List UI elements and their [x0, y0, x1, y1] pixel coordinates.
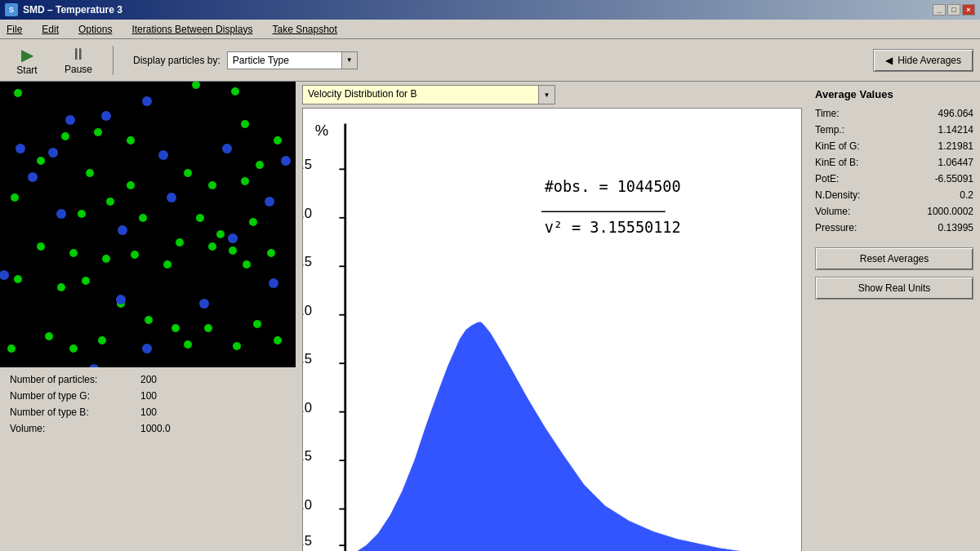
avg-pote-row: PotE: -6.55091 — [815, 172, 973, 185]
play-icon: ▶ — [21, 45, 33, 64]
type-b-row: Number of type B: 100 — [10, 407, 286, 418]
avg-temp-row: Temp.: 1.14214 — [815, 123, 973, 136]
svg-text:v² = 3.15550112: v² = 3.15550112 — [545, 219, 681, 236]
avg-ndensity-row: N.Density: 0.2 — [815, 189, 973, 202]
avg-kine-g-label: KinE of G: — [815, 140, 860, 152]
start-label: Start — [16, 64, 37, 76]
maximize-button[interactable]: □ — [947, 4, 960, 16]
avg-volume-label: Volume: — [815, 206, 850, 217]
chart-dropdown-arrow-icon[interactable]: ▼ — [539, 85, 555, 104]
particles-label: Number of particles: — [10, 374, 140, 385]
type-b-label: Number of type B: — [10, 407, 140, 418]
menu-file[interactable]: File — [3, 22, 25, 37]
svg-text:4.0: 4.0 — [303, 206, 312, 221]
svg-text:0.5: 0.5 — [303, 533, 312, 549]
particle-type-dropdown[interactable]: Particle Type Speed Kinetic Energy ▼ — [227, 51, 358, 69]
avg-pressure-label: Pressure: — [815, 222, 857, 233]
type-g-row: Number of type G: 100 — [10, 390, 286, 402]
avg-pote-label: PotE: — [815, 173, 839, 184]
type-b-value: 100 — [140, 407, 157, 418]
velocity-chart: % 4.5 4.0 3.5 3.0 2.5 2.0 1.5 1.0 0.5 0 — [303, 109, 801, 551]
avg-time-row: Time: 496.064 — [815, 107, 973, 120]
avg-time-label: Time: — [815, 108, 840, 119]
chart-container: % 4.5 4.0 3.5 3.0 2.5 2.0 1.5 1.0 0.5 0 — [296, 108, 808, 551]
svg-text:1.0: 1.0 — [303, 497, 312, 513]
svg-text:3.0: 3.0 — [303, 303, 312, 318]
particles-row: Number of particles: 200 — [10, 374, 286, 385]
toolbar-separator — [113, 46, 114, 75]
avg-pressure-row: Pressure: 0.13995 — [815, 221, 973, 234]
main-content: Number of particles: 200 Number of type … — [0, 82, 980, 551]
svg-text:1.5: 1.5 — [303, 448, 312, 464]
toolbar: ▶ Start ⏸ Pause Display particles by: Pa… — [0, 39, 980, 82]
volume-label: Volume: — [10, 423, 140, 434]
svg-text:2.0: 2.0 — [303, 400, 312, 415]
type-g-label: Number of type G: — [10, 390, 140, 402]
avg-kine-b-row: KinE of B: 1.06447 — [815, 156, 973, 169]
avg-volume-value: 1000.0002 — [927, 206, 973, 217]
chart-type-label: Velocity Distribution for B — [302, 85, 539, 104]
chevron-left-icon: ◀ — [885, 55, 893, 66]
display-section: Display particles by: Particle Type Spee… — [133, 51, 358, 69]
pause-icon: ⏸ — [70, 45, 87, 64]
avg-ndensity-value: 0.2 — [960, 189, 973, 201]
svg-text:3.5: 3.5 — [303, 254, 312, 269]
averages-title: Average Values — [815, 88, 973, 100]
simulation-panel: Number of particles: 200 Number of type … — [0, 82, 296, 551]
chart-area: % 4.5 4.0 3.5 3.0 2.5 2.0 1.5 1.0 0.5 0 — [302, 108, 802, 551]
avg-pote-value: -6.55091 — [935, 173, 973, 184]
type-g-value: 100 — [140, 390, 157, 402]
avg-kine-g-row: KinE of G: 1.21981 — [815, 140, 973, 153]
averages-panel: Average Values Time: 496.064 Temp.: 1.14… — [808, 82, 980, 551]
hide-averages-label: Hide Averages — [898, 55, 961, 66]
menu-iterations[interactable]: Iterations Between Displays — [128, 22, 256, 37]
menu-bar: File Edit Options Iterations Between Dis… — [0, 20, 980, 39]
app-icon: S — [5, 3, 18, 16]
minimize-button[interactable]: _ — [933, 4, 946, 16]
menu-options[interactable]: Options — [75, 22, 115, 37]
menu-edit[interactable]: Edit — [38, 22, 62, 37]
simulation-canvas — [0, 82, 296, 367]
chart-selector-row: Velocity Distribution for B ▼ — [296, 82, 808, 108]
avg-temp-label: Temp.: — [815, 124, 844, 136]
volume-value: 1000.0 — [140, 423, 171, 434]
svg-text:2.5: 2.5 — [303, 351, 312, 367]
svg-text:4.5: 4.5 — [303, 157, 312, 172]
dropdown-arrow-icon[interactable]: ▼ — [341, 51, 358, 69]
svg-text:#obs. = 1044500: #obs. = 1044500 — [545, 178, 681, 195]
menu-snapshot[interactable]: Take Snapshot — [269, 22, 340, 37]
close-button[interactable]: × — [962, 4, 975, 16]
avg-volume-row: Volume: 1000.0002 — [815, 205, 973, 218]
particle-type-select[interactable]: Particle Type Speed Kinetic Energy — [227, 51, 358, 69]
svg-text:%: % — [315, 122, 328, 139]
avg-kine-b-label: KinE of B: — [815, 157, 858, 168]
pause-button[interactable]: ⏸ Pause — [57, 42, 100, 78]
avg-ndensity-label: N.Density: — [815, 189, 860, 201]
simulation-info: Number of particles: 200 Number of type … — [0, 367, 296, 441]
window-title: SMD – Temperature 3 — [23, 4, 122, 16]
avg-pressure-value: 0.13995 — [938, 222, 973, 233]
avg-temp-value: 1.14214 — [938, 124, 973, 136]
avg-kine-b-value: 1.06447 — [938, 157, 973, 168]
start-button[interactable]: ▶ Start — [7, 42, 47, 78]
display-by-label: Display particles by: — [133, 55, 220, 66]
pause-label: Pause — [65, 64, 92, 75]
show-real-units-button[interactable]: Show Real Units — [815, 277, 973, 300]
reset-averages-button[interactable]: Reset Averages — [815, 247, 973, 270]
particles-value: 200 — [140, 374, 157, 385]
avg-buttons: Reset Averages Show Real Units — [815, 247, 973, 300]
volume-row: Volume: 1000.0 — [10, 423, 286, 434]
hide-averages-button[interactable]: ◀ Hide Averages — [873, 49, 973, 72]
avg-kine-g-value: 1.21981 — [938, 140, 973, 152]
chart-type-dropdown[interactable]: Velocity Distribution for B ▼ — [302, 85, 555, 104]
title-bar: S SMD – Temperature 3 _ □ × — [0, 0, 980, 20]
avg-time-value: 496.064 — [938, 108, 973, 119]
